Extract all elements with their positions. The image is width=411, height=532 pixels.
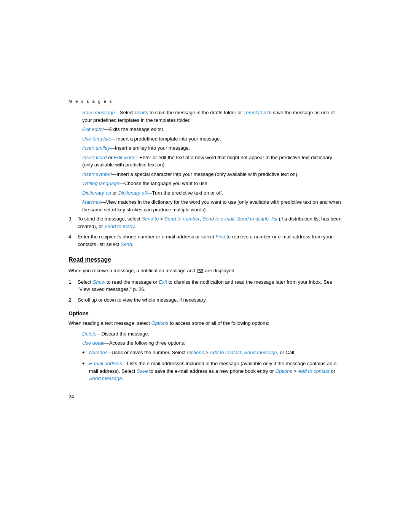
add-to-contact-link[interactable]: Add to contact <box>210 350 241 355</box>
exit-editor-block: Exit editor—Exits the message editor. <box>82 126 342 133</box>
insert-word-link[interactable]: Insert word <box>82 155 107 160</box>
insert-smiley-text: —Insert a smiley into your message. <box>110 145 190 151</box>
read-message-item-2: 2. Scroll up or down to view the whole m… <box>68 296 342 304</box>
send-to-email-link[interactable]: Send to e-mail <box>202 216 234 222</box>
writing-language-link[interactable]: Writing language <box>82 181 119 186</box>
numbered-item-3: 3. To send the message, select Send to >… <box>68 215 342 230</box>
insert-word-block: Insert word or Edit word—Enter or edit t… <box>82 154 342 169</box>
send-message-link-2[interactable]: Send message <box>89 375 122 381</box>
item-3-number: 3. <box>68 215 78 230</box>
numbered-item-4: 4. Enter the recipient's phone number or… <box>68 233 342 248</box>
insert-symbol-text: —Insert a special character into your me… <box>112 171 298 177</box>
dictionary-text2: —Turn the predictive text on or off. <box>147 190 223 196</box>
section-label: M e s s a g e s <box>68 99 342 104</box>
templates-link[interactable]: Templates <box>243 110 266 115</box>
insert-symbol-block: Insert symbol—Insert a special character… <box>82 171 342 178</box>
email-address-link[interactable]: E-mail address <box>89 361 122 366</box>
content-area: M e s s a g e s Save message—Select Draf… <box>0 0 411 430</box>
use-template-block: Use template—Insert a predefined templat… <box>82 135 342 143</box>
save-message-link[interactable]: Save message <box>82 110 115 115</box>
save-message-text2: to save the message in the drafts folder… <box>148 110 243 115</box>
bullet-list: • Number—Uses or saves the number. Selec… <box>82 349 342 382</box>
use-detail-text: —Access the following three options: <box>104 340 185 346</box>
matches-link[interactable]: Matches <box>82 199 101 205</box>
read-message-intro: When you receive a message, a notificati… <box>68 267 342 275</box>
dictionary-on-link[interactable]: Dictionary on <box>82 190 111 196</box>
insert-smiley-block: Insert smiley—Insert a smiley into your … <box>82 144 342 152</box>
read-message-section: Read message When you receive a message,… <box>68 256 342 304</box>
use-detail-item: Use detail—Access the following three op… <box>82 339 342 347</box>
bullet-item-email: • E-mail address—Lists the e-mail addres… <box>82 360 342 382</box>
read-message-intro-text2: are displayed. <box>204 268 236 273</box>
exit-link[interactable]: Exit <box>159 279 167 285</box>
read-message-item-1: 1. Select Show to read the message or Ex… <box>68 278 342 293</box>
bullet-email-content: E-mail address—Lists the e-mail addresse… <box>89 360 342 382</box>
use-template-link[interactable]: Use template <box>82 136 112 142</box>
item-4-number: 4. <box>68 233 78 248</box>
use-template-text: —Insert a predefined template into your … <box>112 136 221 142</box>
options-intro-text1: When reading a text message, select <box>68 320 151 326</box>
page-number: 24 <box>68 394 342 399</box>
bullet-number-content: Number—Uses or saves the number. Select … <box>89 349 295 357</box>
insert-symbol-link[interactable]: Insert symbol <box>82 171 112 177</box>
options-link[interactable]: Options <box>151 320 169 326</box>
writing-language-text: —Choose the language you want to use. <box>119 181 209 186</box>
delete-link[interactable]: Delete <box>82 331 97 337</box>
dictionary-text1: or <box>111 190 118 196</box>
matches-block: Matches—View matches in the dictionary f… <box>82 198 342 213</box>
read-item-1-number: 1. <box>68 278 78 293</box>
save-message-text1: —Select <box>115 110 135 115</box>
show-link[interactable]: Show <box>93 279 105 285</box>
matches-text: —View matches in the dictionary for the … <box>82 199 341 212</box>
options-heading: Options <box>68 310 342 316</box>
send-to-distrib-link[interactable]: Send to distrib. list <box>237 216 277 222</box>
dictionary-off-link[interactable]: Dictionary off <box>118 190 147 196</box>
bullet-dot-2: • <box>82 360 89 382</box>
page: M e s s a g e s Save message—Select Draf… <box>0 0 411 532</box>
read-item-2-content: Scroll up or down to view the whole mess… <box>78 296 207 304</box>
item-3-content: To send the message, select Send to > Se… <box>78 215 342 230</box>
add-to-contact-link-2[interactable]: Add to contact <box>298 368 330 374</box>
options-section: Options When reading a text message, sel… <box>68 310 342 382</box>
send-to-link[interactable]: Send to <box>142 216 159 222</box>
send-link[interactable]: Send <box>121 241 132 247</box>
options-intro: When reading a text message, select Opti… <box>68 320 342 327</box>
insert-smiley-link[interactable]: Insert smiley <box>82 145 110 151</box>
read-message-heading: Read message <box>68 256 342 263</box>
item-4-content: Enter the recipient's phone number or e-… <box>78 233 342 248</box>
exit-editor-link[interactable]: Exit editor <box>82 126 104 132</box>
number-link[interactable]: Number <box>89 350 107 355</box>
save-link[interactable]: Save <box>137 368 148 374</box>
send-to-number-link[interactable]: Send to number <box>164 216 200 222</box>
options-intro-text2: to access some or all of the following o… <box>168 320 269 326</box>
bullet-item-number: • Number—Uses or saves the number. Selec… <box>82 349 342 357</box>
insert-word-text1: or <box>107 155 114 160</box>
drafts-link[interactable]: Drafts <box>135 110 148 115</box>
options-link-3[interactable]: Options <box>275 368 292 374</box>
find-link[interactable]: Find <box>215 234 225 240</box>
send-to-many-link[interactable]: Send to many <box>104 224 135 229</box>
exit-editor-text: —Exits the message editor. <box>104 126 164 132</box>
read-item-1-content: Select Show to read the message or Exit … <box>78 278 342 293</box>
writing-language-block: Writing language—Choose the language you… <box>82 180 342 187</box>
delete-item: Delete—Discard the message. <box>82 330 342 338</box>
edit-word-link[interactable]: Edit word <box>114 155 134 160</box>
save-message-block: Save message—Select Drafts to save the m… <box>82 109 342 124</box>
delete-text: —Discard the message. <box>97 331 150 337</box>
dictionary-block: Dictionary on or Dictionary off—Turn the… <box>82 189 342 197</box>
bullet-dot-1: • <box>82 349 89 357</box>
use-detail-link[interactable]: Use detail <box>82 340 104 346</box>
read-message-intro-text1: When you receive a message, a notificati… <box>68 268 197 273</box>
read-item-2-number: 2. <box>68 296 78 304</box>
send-message-link[interactable]: Send message <box>244 350 277 355</box>
envelope-icon <box>198 269 203 273</box>
options-link-2[interactable]: Options <box>187 350 204 355</box>
